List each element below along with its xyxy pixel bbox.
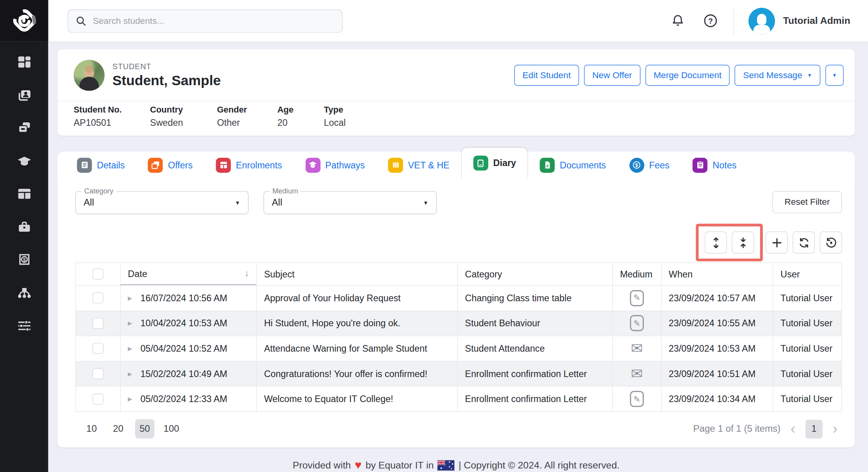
row-checkbox[interactable] (93, 293, 104, 304)
graduation-cap-icon (17, 154, 31, 168)
tab-offers[interactable]: Offers (136, 152, 204, 178)
topbar: ? Tutorial Admin (48, 0, 868, 41)
row-checkbox[interactable] (93, 393, 104, 404)
sidebar-item-settings[interactable] (13, 318, 35, 333)
history-button[interactable] (820, 231, 842, 254)
chevron-down-icon: ▼ (807, 73, 812, 78)
equator-logo-icon (10, 7, 38, 34)
tutorial-highlight-box (696, 224, 763, 261)
user-name[interactable]: Tutorial Admin (783, 15, 850, 27)
field-student-no: Student No. AP10501 (73, 105, 150, 136)
tab-vet-he[interactable]: VET & HE (377, 152, 461, 178)
next-page-icon[interactable]: › (831, 422, 838, 436)
cell-user: Tutorial User (773, 361, 841, 386)
cell-subject: Attendacne Warning for Sample Student (256, 336, 457, 361)
expand-all-rows-button[interactable] (705, 231, 727, 254)
documents-icon (540, 157, 555, 172)
cell-subject: Welcome to Equator IT College! (256, 387, 457, 411)
page-size-100[interactable]: 100 (162, 419, 181, 439)
page-size-50[interactable]: 50 (135, 419, 155, 439)
page-number-button[interactable]: 1 (805, 420, 823, 438)
tab-label: Enrolments (236, 160, 282, 170)
page-size-10[interactable]: 10 (82, 419, 102, 439)
category-filter-select[interactable]: Category All ▼ (75, 191, 249, 215)
sidebar-item-courses[interactable] (13, 154, 35, 168)
row-checkbox[interactable] (93, 343, 104, 354)
tab-diary[interactable]: Diary (461, 147, 528, 178)
tab-pathways[interactable]: Pathways (294, 152, 377, 178)
send-message-label: Send Message (743, 70, 802, 80)
student-photo[interactable] (73, 59, 104, 90)
page-footer: Provided with ♥ by Equator IT in | Copyr… (57, 459, 855, 471)
diary-panel: Category All ▼ Medium All ▼ Reset Filter (57, 178, 855, 447)
app-window: $ (0, 0, 868, 472)
heart-icon: ♥ (355, 459, 362, 471)
australia-flag-icon (438, 460, 455, 471)
chevron-down-icon: ▼ (832, 73, 837, 78)
expand-row-icon[interactable]: ▶ (128, 320, 132, 327)
sort-descending-icon: ↓ (245, 268, 249, 279)
search-box[interactable] (68, 9, 343, 32)
sidebar-item-students[interactable] (13, 88, 35, 102)
invoice-dollar-icon: $ (17, 252, 31, 267)
sidebar-item-agents[interactable] (13, 286, 35, 300)
column-header-when[interactable]: When (661, 263, 773, 285)
more-actions-button[interactable]: ▼ (825, 64, 844, 86)
cell-when: 23/09/2024 10:34 AM (661, 387, 773, 411)
tab-notes[interactable]: Notes (681, 152, 748, 178)
reset-filter-button[interactable]: Reset Filter (772, 191, 842, 213)
notifications-button[interactable] (667, 10, 689, 32)
pagination-bar: 10 20 50 100 Page 1 of 1 (5 items) ‹ 1 › (75, 418, 842, 440)
sidebar-item-employers[interactable] (13, 220, 35, 234)
tab-documents[interactable]: Documents (528, 152, 618, 178)
medium-note-icon (630, 391, 644, 407)
send-message-button[interactable]: Send Message ▼ (735, 64, 820, 86)
briefcase-icon (17, 220, 31, 234)
tab-fees[interactable]: $ Fees (618, 152, 681, 178)
sliders-icon (17, 318, 31, 333)
select-all-checkbox[interactable] (93, 268, 104, 279)
column-header-date[interactable]: Date ↓ (120, 263, 257, 285)
column-header-category[interactable]: Category (457, 263, 613, 285)
add-diary-entry-button[interactable] (766, 231, 788, 254)
sidebar-item-dashboard[interactable] (13, 55, 35, 69)
student-card-icon (17, 88, 31, 102)
medium-note-icon (630, 315, 644, 331)
user-avatar[interactable] (749, 7, 775, 34)
tab-enrolments[interactable]: Enrolments (204, 152, 294, 178)
column-header-medium[interactable]: Medium (612, 263, 661, 285)
page-size-20[interactable]: 20 (109, 419, 128, 439)
field-label: Country (150, 105, 217, 115)
svg-text:$: $ (635, 162, 638, 168)
medium-note-icon (630, 290, 644, 306)
tab-label: Pathways (325, 160, 365, 170)
merge-document-button[interactable]: Merge Document (645, 64, 730, 86)
medium-filter-select[interactable]: Medium All ▼ (264, 191, 437, 215)
sidebar-item-offers[interactable] (13, 121, 35, 135)
search-input[interactable] (93, 16, 334, 26)
collapse-all-rows-button[interactable] (732, 231, 754, 254)
pagination-status: Page 1 of 1 (5 items) (693, 424, 780, 434)
expand-row-icon[interactable]: ▶ (128, 345, 132, 352)
cell-category: Student Attendance (457, 336, 613, 361)
row-checkbox[interactable] (93, 318, 104, 329)
history-icon (825, 237, 837, 249)
expand-row-icon[interactable]: ▶ (128, 396, 132, 402)
diary-table: Date ↓ Subject Category Medium When User… (75, 263, 842, 412)
column-header-subject[interactable]: Subject (256, 263, 457, 285)
tab-label: Fees (649, 160, 670, 170)
refresh-button[interactable] (793, 231, 815, 254)
footer-text: Provided with (293, 459, 351, 471)
expand-row-icon[interactable]: ▶ (128, 371, 132, 377)
row-checkbox[interactable] (93, 368, 104, 379)
tab-details[interactable]: Details (65, 152, 136, 178)
expand-row-icon[interactable]: ▶ (128, 295, 132, 301)
help-button[interactable]: ? (699, 10, 722, 32)
new-offer-button[interactable]: New Offer (584, 64, 640, 86)
app-logo[interactable] (0, 0, 48, 41)
sidebar-item-programs[interactable] (13, 187, 35, 201)
sidebar-item-finance[interactable]: $ (13, 252, 35, 267)
column-header-user[interactable]: User (773, 263, 841, 285)
previous-page-icon[interactable]: ‹ (789, 422, 797, 436)
edit-student-button[interactable]: Edit Student (514, 64, 579, 86)
